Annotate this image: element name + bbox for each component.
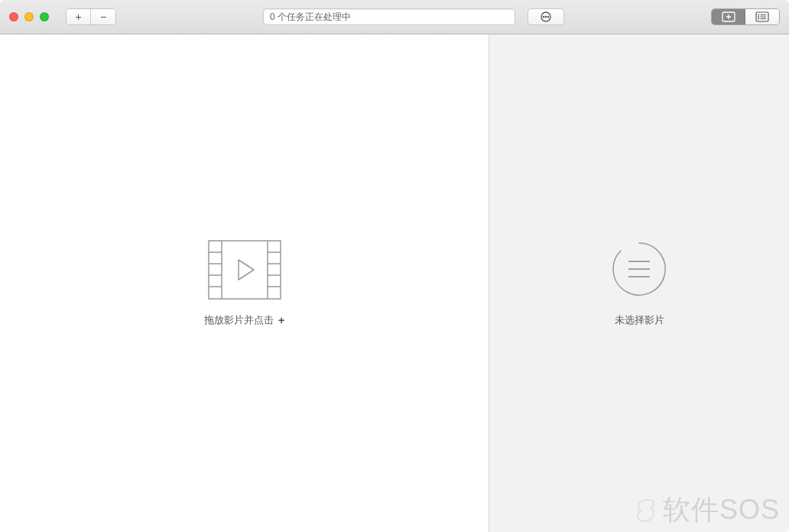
svg-point-8 [758, 15, 759, 16]
minus-icon: − [100, 11, 106, 23]
svg-rect-14 [209, 241, 281, 299]
drop-area: 拖放影片并点击 + [204, 240, 284, 327]
svg-point-10 [758, 16, 759, 18]
maximize-window[interactable] [40, 12, 49, 21]
svg-point-2 [545, 16, 547, 18]
view-mode-segmented [711, 8, 780, 25]
status-field: 0 个任务正在处理中 [263, 8, 515, 25]
traffic-lights [9, 12, 49, 21]
remove-button[interactable]: − [91, 9, 115, 24]
more-options-button[interactable] [528, 8, 564, 25]
content-area: 拖放影片并点击 + 未选择影片 [0, 34, 789, 532]
plus-icon: + [75, 11, 81, 23]
list-circle-icon [610, 240, 668, 298]
drop-hint-text: 拖放影片并点击 [204, 313, 274, 327]
grid-plus-icon [722, 11, 735, 22]
close-window[interactable] [9, 12, 18, 21]
status-text: 0 个任务正在处理中 [270, 11, 351, 24]
list-view-button[interactable] [745, 9, 779, 24]
empty-text: 未选择影片 [615, 313, 664, 327]
drop-hint-label: 拖放影片并点击 + [204, 313, 284, 327]
grid-view-button[interactable] [712, 9, 745, 24]
empty-state: 未选择影片 [610, 240, 668, 327]
svg-point-3 [547, 16, 549, 18]
add-remove-segmented: + − [66, 8, 116, 25]
app-window: + − 0 个任务正在处理中 [0, 0, 789, 532]
list-icon [755, 11, 769, 22]
drop-zone-panel[interactable]: 拖放影片并点击 + [0, 34, 489, 532]
minimize-window[interactable] [24, 12, 34, 21]
detail-panel: 未选择影片 [489, 34, 789, 532]
plus-icon: + [278, 314, 284, 326]
ellipsis-icon [540, 11, 552, 23]
svg-point-12 [758, 18, 759, 20]
titlebar: + − 0 个任务正在处理中 [0, 0, 789, 34]
svg-point-1 [543, 16, 544, 18]
film-play-icon [208, 240, 281, 300]
add-button[interactable]: + [67, 9, 91, 24]
